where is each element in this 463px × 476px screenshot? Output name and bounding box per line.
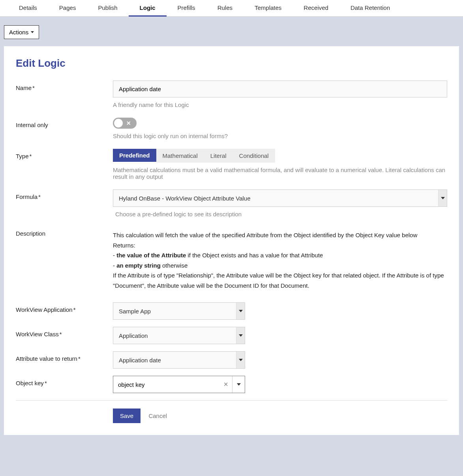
internal-only-toggle[interactable]: ✕ xyxy=(113,118,137,129)
formula-helper: Choose a pre-defined logic to see its de… xyxy=(115,211,447,217)
type-literal[interactable]: Literal xyxy=(204,149,233,163)
wv-class-value: Application xyxy=(113,327,236,344)
tab-prefills[interactable]: Prefills xyxy=(167,0,206,17)
attr-return-select[interactable]: Application date xyxy=(113,351,245,369)
section-divider xyxy=(16,400,447,401)
formula-select[interactable]: Hyland OnBase - WorkView Object Attribut… xyxy=(113,189,447,207)
attr-return-label: Attribute value to return* xyxy=(16,351,113,362)
wv-class-label: WorkView Class* xyxy=(16,327,113,337)
description-label: Description xyxy=(16,230,113,237)
internal-only-helper: Should this logic only run on internal f… xyxy=(113,133,447,139)
tab-pages[interactable]: Pages xyxy=(48,0,87,17)
clear-icon[interactable]: ✕ xyxy=(219,376,232,393)
object-key-combo[interactable]: ✕ xyxy=(113,376,245,393)
attr-return-value: Application date xyxy=(113,352,236,368)
object-key-label: Object key* xyxy=(16,376,113,386)
actions-button[interactable]: Actions xyxy=(4,25,39,39)
page-title: Edit Logic xyxy=(16,57,447,69)
save-button[interactable]: Save xyxy=(113,409,141,423)
cancel-button[interactable]: Cancel xyxy=(142,409,173,423)
wv-class-select[interactable]: Application xyxy=(113,327,245,344)
type-mathematical[interactable]: Mathematical xyxy=(156,149,204,163)
wv-app-value: Sample App xyxy=(113,303,236,319)
internal-only-label: Internal only xyxy=(16,118,113,128)
name-input[interactable] xyxy=(113,81,447,97)
formula-label: Formula* xyxy=(16,189,113,200)
chevron-down-icon xyxy=(438,190,447,206)
wv-app-label: WorkView Application* xyxy=(16,302,113,313)
type-predefined[interactable]: Predefined xyxy=(113,149,156,163)
object-key-input[interactable] xyxy=(113,376,219,393)
name-label: Name* xyxy=(16,81,113,91)
tab-details[interactable]: Details xyxy=(8,0,48,17)
close-icon: ✕ xyxy=(126,120,131,126)
type-helper: Mathematical calculations must be a vali… xyxy=(113,167,447,180)
formula-value: Hyland OnBase - WorkView Object Attribut… xyxy=(113,190,438,206)
edit-panel: Edit Logic Name* A friendly name for thi… xyxy=(4,46,459,435)
tab-templates[interactable]: Templates xyxy=(244,0,292,17)
type-segmented: Predefined Mathematical Literal Conditio… xyxy=(113,149,447,163)
tab-logic[interactable]: Logic xyxy=(129,0,167,17)
chevron-down-icon xyxy=(236,303,245,319)
description-text: This calculation will fetch the value of… xyxy=(113,230,447,290)
actions-label: Actions xyxy=(9,29,28,36)
chevron-down-icon xyxy=(236,352,245,368)
chevron-down-icon[interactable] xyxy=(232,376,245,393)
tab-publish[interactable]: Publish xyxy=(87,0,128,17)
type-label: Type* xyxy=(16,149,113,159)
tab-rules[interactable]: Rules xyxy=(206,0,244,17)
name-helper: A friendly name for this Logic xyxy=(113,101,447,108)
tab-received[interactable]: Received xyxy=(292,0,339,17)
top-nav: Details Pages Publish Logic Prefills Rul… xyxy=(0,0,463,17)
type-conditional[interactable]: Conditional xyxy=(233,149,275,163)
wv-app-select[interactable]: Sample App xyxy=(113,302,245,320)
chevron-down-icon xyxy=(236,327,245,344)
tab-data-retention[interactable]: Data Retention xyxy=(339,0,401,17)
